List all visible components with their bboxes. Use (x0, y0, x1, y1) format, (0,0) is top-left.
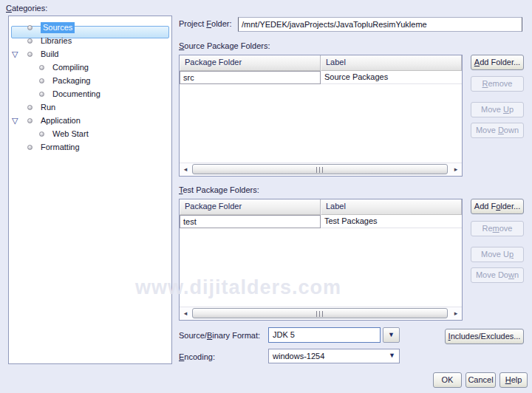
tree-item-run[interactable]: Run (9, 101, 171, 115)
source-packages-table: Package Folder Label src Source Packages… (179, 55, 463, 177)
cell-label[interactable]: Source Packages (321, 71, 462, 84)
encoding-combobox[interactable]: windows-1254 (268, 349, 400, 363)
tree-item-documenting[interactable]: Documenting (9, 88, 171, 101)
expander-open-icon[interactable]: ▽ (12, 116, 18, 125)
combo-dropdown-button[interactable]: ▼ (383, 327, 400, 343)
scrollbar-thumb[interactable] (192, 308, 448, 318)
chevron-down-icon: ▼ (388, 331, 395, 338)
categories-label: Categories: (6, 4, 47, 13)
category-bullet-icon (27, 25, 33, 30)
cancel-button[interactable]: Cancel (466, 372, 496, 388)
category-bullet-icon (39, 92, 44, 97)
categories-tree: Sources Libraries ▽ Build Compiling Pack… (8, 16, 172, 364)
tree-item-sources[interactable]: Sources (9, 21, 171, 35)
horizontal-scrollbar[interactable]: ◂ ▸ (180, 307, 462, 320)
test-packages-table: Package Folder Label test Test Packages … (179, 199, 463, 321)
scroll-left-icon[interactable]: ◂ (180, 165, 191, 174)
expander-open-icon[interactable]: ▽ (12, 49, 18, 58)
tree-item-label: Documenting (52, 89, 100, 98)
column-header-package-folder[interactable]: Package Folder (180, 55, 321, 71)
includes-excludes-button[interactable]: Includes/Excludes... (445, 329, 524, 344)
cell-label[interactable]: Test Packages (321, 215, 462, 228)
source-remove-button[interactable]: Remove (471, 76, 524, 92)
scroll-right-icon[interactable]: ▸ (451, 309, 461, 318)
scrollbar-grip (316, 311, 323, 317)
table-header: Package Folder Label (180, 199, 462, 215)
category-bullet-icon (27, 52, 33, 57)
source-binary-format-label: Source/Binary Format: (179, 331, 260, 340)
test-move-up-button[interactable]: Move Up (471, 247, 524, 262)
source-add-folder-button[interactable]: Add Folder... (471, 55, 524, 70)
encoding-label: Encoding: (179, 352, 215, 361)
category-bullet-icon (27, 145, 33, 150)
tree-item-build[interactable]: ▽ Build (9, 48, 171, 61)
column-header-label[interactable]: Label (321, 199, 462, 215)
project-folder-label: Project Folder: (179, 19, 232, 28)
project-folder-field[interactable]: /mnt/YEDEK/javaProjects/JavaTopluResimYu… (238, 17, 522, 32)
project-properties-dialog: Categories: Sources Libraries ▽ Build Co… (0, 0, 532, 393)
test-package-folders-label: Test Package Folders: (179, 185, 259, 194)
source-move-up-button[interactable]: Move Up (471, 102, 524, 117)
tree-item-label: Run (41, 103, 55, 112)
category-bullet-icon (39, 78, 44, 83)
tree-item-compiling[interactable]: Compiling (9, 61, 171, 75)
table-row[interactable]: test Test Packages (180, 215, 462, 228)
test-remove-button[interactable]: Remove (471, 221, 524, 236)
tree-item-application[interactable]: ▽ Application (9, 115, 171, 128)
test-add-folder-button[interactable]: Add Folder... (471, 199, 524, 214)
scrollbar-thumb[interactable] (192, 164, 448, 174)
category-bullet-icon (27, 38, 33, 44)
source-move-down-button[interactable]: Move Down (471, 123, 524, 138)
category-bullet-icon (27, 118, 33, 123)
scroll-right-icon[interactable]: ▸ (451, 165, 461, 174)
category-bullet-icon (39, 131, 44, 137)
tree-item-label: Application (41, 116, 81, 125)
tree-item-libraries[interactable]: Libraries (9, 35, 171, 48)
scrollbar-grip (316, 167, 323, 173)
test-move-down-button[interactable]: Move Down (471, 267, 524, 283)
tree-item-label: Compiling (52, 63, 89, 72)
tree-item-label: Build (41, 49, 58, 58)
table-row[interactable]: src Source Packages (180, 71, 462, 84)
chevron-down-icon[interactable]: ▼ (389, 352, 395, 359)
source-package-folders-label: Source Package Folders: (179, 41, 270, 50)
tree-item-label: Packaging (52, 76, 90, 85)
tree-item-label: Sources (41, 22, 75, 33)
cell-package-folder[interactable]: src (180, 71, 321, 84)
column-header-package-folder[interactable]: Package Folder (180, 199, 321, 215)
help-button[interactable]: Help (499, 372, 528, 388)
column-header-label[interactable]: Label (321, 55, 462, 71)
tree-item-label: Libraries (41, 36, 72, 45)
cell-package-folder[interactable]: test (180, 215, 321, 228)
table-header: Package Folder Label (180, 55, 462, 71)
source-binary-format-combobox[interactable]: JDK 5 (268, 327, 381, 343)
scroll-left-icon[interactable]: ◂ (180, 309, 191, 318)
tree-item-web-start[interactable]: Web Start (9, 128, 171, 141)
tree-item-formatting[interactable]: Formatting (9, 141, 171, 154)
category-bullet-icon (39, 65, 44, 70)
tree-item-label: Web Start (52, 129, 89, 138)
category-bullet-icon (27, 105, 33, 110)
tree-item-packaging[interactable]: Packaging (9, 75, 171, 88)
tree-item-label: Formatting (41, 143, 80, 151)
ok-button[interactable]: OK (433, 372, 462, 388)
horizontal-scrollbar[interactable]: ◂ ▸ (180, 163, 462, 176)
